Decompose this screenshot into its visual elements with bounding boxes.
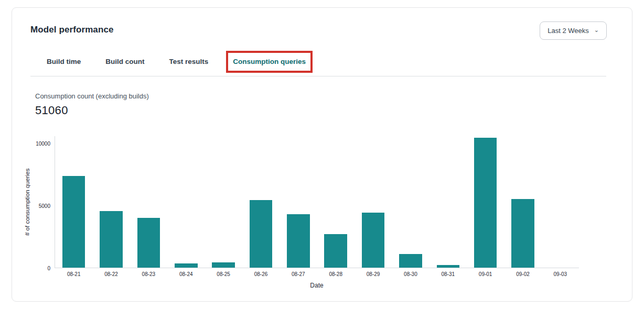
bar-slot: 08-23 — [130, 136, 167, 268]
y-axis-title: # of consumption queries — [24, 136, 34, 268]
bar-slot: 08-29 — [355, 136, 392, 268]
bar-08-31[interactable] — [437, 265, 460, 268]
x-tick-label: 08-28 — [329, 271, 342, 277]
x-tick-label: 08-23 — [142, 271, 156, 277]
x-tick-label: 09-03 — [554, 271, 567, 277]
bar-slot: 08-30 — [392, 136, 429, 268]
bar-08-25[interactable] — [212, 262, 235, 268]
bar-08-29[interactable] — [362, 213, 385, 268]
bar-slot: 08-21 — [55, 136, 92, 268]
bar-08-30[interactable] — [399, 254, 422, 268]
bar-slot: 08-25 — [205, 136, 242, 268]
x-tick-label: 08-30 — [404, 271, 417, 277]
tab-test-results[interactable]: Test results — [169, 58, 209, 66]
x-tick-label: 08-29 — [367, 271, 380, 277]
page-title: Model performance — [30, 21, 114, 35]
metric-label: Consumption count (excluding builds) — [35, 92, 632, 100]
bar-slot: 09-01 — [467, 136, 504, 268]
bar-08-22[interactable] — [100, 211, 123, 268]
bar-09-01[interactable] — [474, 138, 497, 268]
bar-08-24[interactable] — [175, 263, 198, 268]
tab-bar: Build timeBuild countTest resultsConsump… — [47, 58, 606, 66]
bar-08-23[interactable] — [137, 218, 160, 268]
bar-slot: 09-03 — [542, 136, 579, 268]
bar-chart: # of consumption queries 0500010000 08-2… — [24, 136, 579, 268]
x-tick-label: 08-21 — [67, 271, 81, 277]
x-tick-label: 09-02 — [516, 271, 530, 277]
x-tick-label: 09-01 — [479, 271, 492, 277]
x-tick-label: 08-26 — [254, 271, 268, 277]
metric-value: 51060 — [35, 104, 632, 117]
bar-slot: 08-27 — [280, 136, 317, 268]
x-tick-label: 08-27 — [292, 271, 305, 277]
metric-summary: Consumption count (excluding builds) 510… — [35, 92, 632, 117]
y-axis-ticks: 0500010000 — [34, 136, 55, 268]
tab-consumption-queries[interactable]: Consumption queries — [233, 58, 306, 66]
tab-build-time[interactable]: Build time — [47, 58, 81, 66]
bar-09-02[interactable] — [511, 199, 534, 268]
bar-08-26[interactable] — [250, 200, 273, 268]
chevron-down-icon: ⌄ — [594, 27, 599, 33]
y-tick-label: 10000 — [36, 141, 50, 147]
bar-slot: 08-24 — [167, 136, 205, 268]
x-tick-label: 08-25 — [217, 271, 230, 277]
card-header: Model performance Last 2 Weeks ⌄ — [12, 8, 632, 40]
x-tick-label: 08-22 — [104, 271, 118, 277]
bar-08-28[interactable] — [324, 234, 347, 268]
bar-slot: 08-22 — [92, 136, 130, 268]
bar-slot: 08-28 — [317, 136, 355, 268]
x-tick-label: 08-24 — [179, 271, 193, 277]
bar-slot: 08-31 — [430, 136, 467, 268]
plot-area: 08-2108-2208-2308-2408-2508-2608-2708-28… — [55, 136, 579, 268]
model-performance-card: Model performance Last 2 Weeks ⌄ Build t… — [12, 7, 632, 302]
bar-08-27[interactable] — [287, 214, 310, 268]
x-axis-title: Date — [55, 282, 579, 289]
y-tick-label: 5000 — [39, 203, 50, 209]
date-range-dropdown[interactable]: Last 2 Weeks ⌄ — [540, 21, 607, 40]
tab-build-count[interactable]: Build count — [105, 58, 144, 66]
tab-divider — [30, 76, 606, 76]
y-tick-label: 0 — [47, 266, 50, 271]
x-tick-label: 08-31 — [441, 271, 455, 277]
bar-slot: 08-26 — [242, 136, 280, 268]
bar-08-21[interactable] — [62, 176, 85, 268]
bar-slot: 09-02 — [504, 136, 541, 268]
date-range-value: Last 2 Weeks — [548, 27, 589, 35]
